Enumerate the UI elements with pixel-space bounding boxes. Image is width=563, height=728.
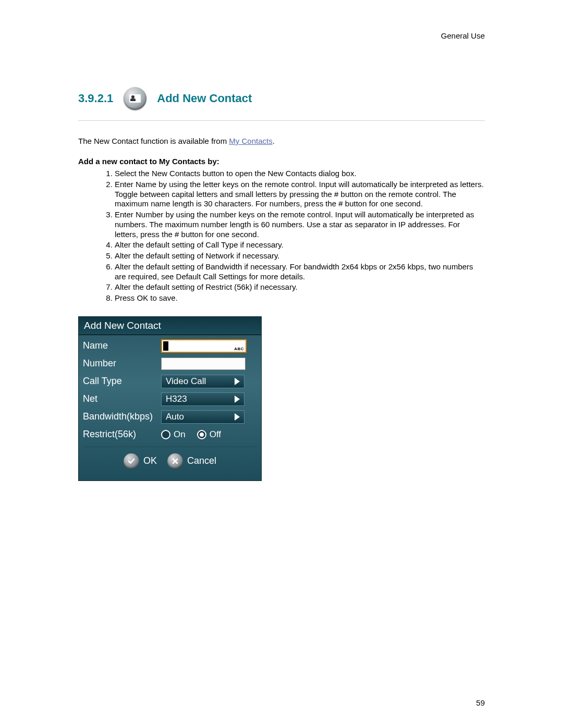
call-type-value: Video Call	[166, 376, 206, 387]
text-cursor	[163, 341, 168, 351]
section-number: 3.9.2.1	[78, 92, 113, 105]
section-title: Add New Contact	[157, 92, 252, 105]
name-input[interactable]: ABC	[161, 339, 247, 353]
dialog-button-row: OK Cancel	[83, 447, 257, 476]
label-number: Number	[83, 358, 161, 369]
restrict-off-label: Off	[210, 429, 221, 440]
row-bandwidth: Bandwidth(kbps) Auto	[83, 408, 257, 426]
restrict-on-label: On	[174, 429, 186, 440]
arrow-right-icon	[235, 396, 240, 403]
step-item: Select the New Contacts button to open t…	[115, 169, 485, 179]
ok-button[interactable]: OK	[124, 453, 157, 469]
call-type-select[interactable]: Video Call	[161, 375, 244, 388]
step-item: Press OK to save.	[115, 293, 485, 303]
section-heading: 3.9.2.1 Add New Contact	[78, 87, 485, 110]
cancel-button[interactable]: Cancel	[167, 453, 216, 469]
step-item: Alter the default setting of Call Type i…	[115, 240, 485, 250]
label-call-type: Call Type	[83, 376, 161, 387]
bandwidth-value: Auto	[166, 412, 184, 422]
label-name: Name	[83, 340, 161, 351]
intro-after: .	[273, 137, 275, 145]
close-icon	[167, 453, 183, 469]
steps-list: Select the New Contacts button to open t…	[78, 169, 485, 303]
arrow-right-icon	[235, 413, 240, 421]
ok-label: OK	[143, 455, 157, 466]
intro-before: The New Contact function is available fr…	[78, 137, 229, 145]
step-item: Enter Number by using the number keys on…	[115, 210, 485, 239]
add-new-contact-dialog: Add New Contact Name ABC Number Call Ty	[78, 316, 262, 481]
label-bandwidth: Bandwidth(kbps)	[83, 411, 161, 422]
row-restrict: Restrict(56k) On Off	[83, 426, 257, 443]
number-input[interactable]	[161, 357, 246, 370]
check-icon	[124, 453, 139, 469]
bandwidth-select[interactable]: Auto	[161, 410, 244, 424]
step-item: Alter the default setting of Restrict (5…	[115, 282, 485, 292]
page-number: 59	[476, 698, 485, 707]
restrict-off-option[interactable]: Off	[197, 429, 221, 440]
dialog-title: Add New Contact	[79, 317, 261, 335]
input-mode-indicator: ABC	[234, 347, 244, 351]
radio-icon	[161, 430, 170, 439]
intro-text: The New Contact function is available fr…	[78, 137, 485, 145]
step-item: Alter the default setting of Bandwidth i…	[115, 262, 485, 282]
row-net: Net H323	[83, 390, 257, 408]
row-call-type: Call Type Video Call	[83, 373, 257, 390]
cancel-label: Cancel	[187, 455, 216, 466]
section-divider	[78, 120, 485, 121]
step-item: Enter Name by using the letter keys on t…	[115, 180, 485, 209]
steps-subheading: Add a new contact to My Contacts by:	[78, 157, 485, 166]
restrict-radio-group: On Off	[161, 429, 244, 440]
header-category: General Use	[78, 31, 485, 40]
row-name: Name ABC	[83, 337, 257, 355]
radio-icon	[197, 430, 206, 439]
net-value: H323	[166, 394, 187, 404]
restrict-on-option[interactable]: On	[161, 429, 186, 440]
row-number: Number	[83, 355, 257, 373]
step-item: Alter the default setting of Network if …	[115, 251, 485, 261]
net-select[interactable]: H323	[161, 392, 244, 406]
label-restrict: Restrict(56k)	[83, 429, 161, 440]
label-net: Net	[83, 393, 161, 404]
my-contacts-link[interactable]: My Contacts	[229, 137, 272, 145]
contact-card-icon	[124, 87, 146, 110]
arrow-right-icon	[235, 378, 240, 385]
